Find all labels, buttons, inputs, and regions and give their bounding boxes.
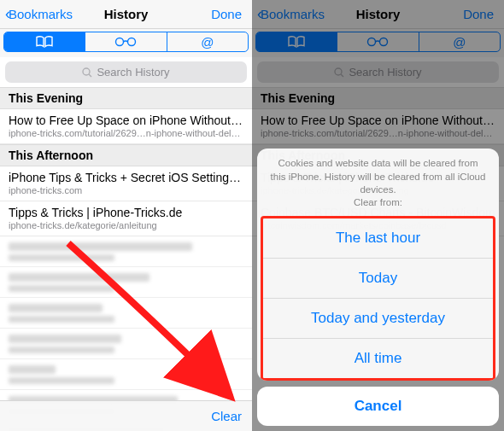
done-label: Done bbox=[211, 7, 242, 21]
search-icon bbox=[82, 67, 92, 78]
svg-point-2 bbox=[83, 68, 90, 75]
row-title: Tipps & Tricks | iPhone-Tricks.de bbox=[9, 206, 243, 219]
left-screenshot: ‹ Bookmarks History Done @ Search Histor… bbox=[0, 0, 252, 431]
clear-option-all-time[interactable]: All time bbox=[263, 338, 493, 378]
search-placeholder: Search History bbox=[97, 66, 169, 79]
history-row-redacted bbox=[0, 329, 252, 359]
nav-title: History bbox=[104, 7, 149, 21]
annotation-highlight: The last hour Today Today and yesterday … bbox=[261, 216, 495, 381]
row-url: iphone-tricks.de/kategorie/anleitung bbox=[9, 220, 243, 230]
row-url: iphone-tricks.com bbox=[9, 185, 243, 195]
svg-point-0 bbox=[116, 38, 124, 46]
clear-option-last-hour[interactable]: The last hour bbox=[263, 218, 493, 258]
history-row[interactable]: Tipps & Tricks | iPhone-Tricks.deiphone-… bbox=[0, 201, 252, 236]
action-sheet: Cookies and website data will be cleared… bbox=[257, 149, 499, 426]
done-button[interactable]: Done bbox=[170, 7, 247, 21]
row-title: How to Free Up Space on iPhone Without D… bbox=[9, 114, 243, 127]
nav-bar: ‹ Bookmarks History Done bbox=[0, 0, 252, 29]
search-input[interactable]: Search History bbox=[5, 61, 247, 83]
svg-point-1 bbox=[128, 38, 136, 46]
history-row-redacted bbox=[0, 236, 252, 267]
sheet-message: Cookies and website data will be cleared… bbox=[257, 149, 499, 197]
glasses-icon bbox=[114, 37, 137, 47]
history-row-redacted bbox=[0, 359, 252, 390]
section-header: This Evening bbox=[0, 87, 252, 109]
svg-line-3 bbox=[89, 74, 91, 77]
back-button[interactable]: ‹ Bookmarks bbox=[5, 5, 82, 23]
clear-button[interactable]: Clear bbox=[211, 409, 242, 423]
clear-option-today[interactable]: Today bbox=[263, 258, 493, 298]
history-row[interactable]: How to Free Up Space on iPhone Without D… bbox=[0, 109, 252, 144]
cancel-button[interactable]: Cancel bbox=[257, 387, 499, 426]
segmented-control: @ bbox=[3, 32, 249, 52]
right-screenshot: ‹ Bookmarks History Done @ Search Histor… bbox=[252, 0, 504, 431]
sheet-subtitle: Clear from: bbox=[257, 197, 499, 216]
row-url: iphone-tricks.com/tutorial/2629…n-iphone… bbox=[9, 128, 243, 138]
section-header: This Afternoon bbox=[0, 144, 252, 166]
back-label: Bookmarks bbox=[9, 7, 73, 21]
segment-reading-list[interactable] bbox=[85, 32, 167, 51]
toolbar: Clear bbox=[0, 400, 252, 431]
segment-shared-links[interactable]: @ bbox=[167, 32, 248, 51]
book-icon bbox=[36, 36, 53, 48]
segment-bookmarks[interactable] bbox=[4, 32, 85, 51]
history-row[interactable]: iPhone Tips & Tricks + Secret iOS Settin… bbox=[0, 166, 252, 201]
history-row-redacted bbox=[0, 267, 252, 298]
history-list: This EveningHow to Free Up Space on iPho… bbox=[0, 87, 252, 431]
row-title: iPhone Tips & Tricks + Secret iOS Settin… bbox=[9, 171, 243, 184]
history-row-redacted bbox=[0, 298, 252, 329]
clear-option-today-yesterday[interactable]: Today and yesterday bbox=[263, 298, 493, 338]
